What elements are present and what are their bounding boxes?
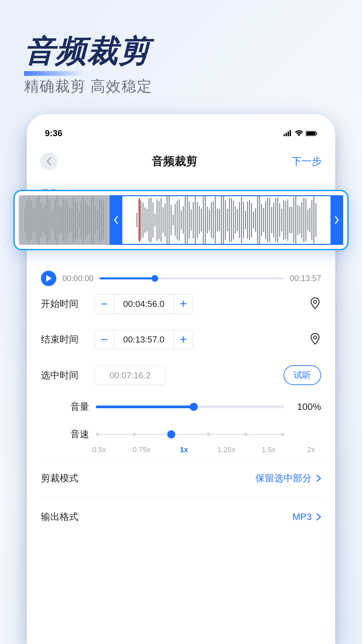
location-pin-icon bbox=[309, 333, 321, 345]
playback-total-time: 00:13:57 bbox=[290, 274, 321, 283]
marketing-title: 音频裁剪 bbox=[24, 30, 150, 72]
end-time-value[interactable]: 00:13:57.0 bbox=[114, 330, 174, 349]
waveform-selected bbox=[122, 195, 330, 245]
start-time-stepper: − 00:04:56.0 + bbox=[95, 294, 193, 314]
selected-time-label: 选中时间 bbox=[41, 369, 88, 382]
end-time-decrement[interactable]: − bbox=[95, 330, 114, 349]
output-format-row[interactable]: 输出格式 MP3 bbox=[39, 502, 323, 531]
preview-button[interactable]: 试听 bbox=[284, 365, 321, 385]
waveform-editor[interactable] bbox=[13, 190, 349, 250]
trim-handle-right[interactable] bbox=[330, 195, 343, 245]
start-time-decrement[interactable]: − bbox=[95, 294, 114, 313]
start-time-row: 开始时间 − 00:04:56.0 + bbox=[39, 286, 323, 322]
end-time-row: 结束时间 − 00:13:57.0 + bbox=[39, 322, 323, 357]
speed-option[interactable]: 2x bbox=[301, 445, 321, 454]
speed-label: 音速 bbox=[56, 428, 89, 441]
end-time-stepper: − 00:13:57.0 + bbox=[95, 330, 193, 349]
wifi-icon bbox=[295, 128, 303, 139]
playback-progress[interactable] bbox=[100, 277, 284, 279]
page-title: 音频裁剪 bbox=[152, 154, 197, 169]
end-time-label: 结束时间 bbox=[41, 333, 88, 346]
crop-mode-label: 剪裁模式 bbox=[41, 472, 78, 485]
svg-rect-6 bbox=[316, 132, 317, 135]
svg-rect-3 bbox=[290, 130, 291, 136]
speed-option[interactable]: 0.5x bbox=[89, 445, 109, 454]
selected-time-row: 选中时间 00:07:16.2 试听 bbox=[39, 357, 323, 393]
playback-bar: 00:00:00 00:13:57 bbox=[39, 271, 323, 286]
speed-option[interactable]: 0.75x bbox=[131, 445, 152, 454]
svg-rect-5 bbox=[306, 131, 315, 136]
speed-option[interactable]: 1.5x bbox=[259, 445, 279, 454]
svg-rect-2 bbox=[288, 131, 289, 136]
start-time-locate-button[interactable] bbox=[309, 297, 321, 311]
nav-bar: 音频裁剪 下一步 bbox=[39, 143, 323, 177]
speed-row: 音速 bbox=[39, 421, 323, 448]
chevron-right-icon bbox=[334, 216, 340, 224]
svg-point-8 bbox=[314, 336, 317, 339]
location-pin-icon bbox=[309, 297, 321, 309]
trim-handle-left[interactable] bbox=[110, 195, 122, 245]
marketing-subtitle: 精确裁剪 高效稳定 bbox=[24, 76, 152, 96]
speed-options: 0.5x 0.75x 1x 1.25x 1.5x 2x bbox=[87, 445, 323, 454]
volume-row: 音量 100% bbox=[39, 393, 323, 421]
chevron-left-icon bbox=[113, 216, 119, 224]
playhead-cursor[interactable] bbox=[139, 198, 140, 242]
chevron-right-icon bbox=[316, 513, 321, 521]
chevron-left-icon bbox=[46, 157, 52, 166]
start-time-value[interactable]: 00:04:56.0 bbox=[114, 294, 174, 313]
back-button[interactable] bbox=[40, 153, 58, 170]
svg-rect-1 bbox=[286, 133, 287, 136]
status-bar: 9:36 bbox=[39, 128, 323, 143]
divider bbox=[41, 459, 321, 459]
crop-mode-value: 保留选中部分 bbox=[255, 472, 312, 485]
selected-time-value: 00:07:16.2 bbox=[95, 366, 166, 385]
playback-current-time: 00:00:00 bbox=[62, 274, 94, 283]
start-time-increment[interactable]: + bbox=[174, 294, 193, 313]
battery-icon bbox=[306, 128, 317, 139]
output-format-value: MP3 bbox=[292, 512, 312, 522]
crop-mode-row[interactable]: 剪裁模式 保留选中部分 bbox=[39, 464, 323, 493]
start-time-label: 开始时间 bbox=[41, 298, 88, 310]
speed-option-selected[interactable]: 1x bbox=[174, 445, 194, 454]
speed-option[interactable]: 1.25x bbox=[216, 445, 236, 454]
waveform-unselected bbox=[19, 195, 110, 245]
output-format-label: 输出格式 bbox=[41, 511, 78, 523]
volume-slider[interactable] bbox=[96, 406, 284, 408]
chevron-right-icon bbox=[316, 475, 321, 482]
end-time-increment[interactable]: + bbox=[174, 330, 193, 349]
next-step-button[interactable]: 下一步 bbox=[292, 155, 322, 168]
svg-rect-0 bbox=[284, 134, 285, 136]
status-time: 9:36 bbox=[45, 128, 62, 139]
play-icon bbox=[46, 275, 52, 282]
volume-label: 音量 bbox=[56, 400, 89, 413]
end-time-locate-button[interactable] bbox=[309, 333, 321, 346]
svg-point-7 bbox=[314, 301, 317, 304]
speed-slider[interactable] bbox=[96, 433, 284, 436]
volume-value: 100% bbox=[291, 401, 321, 412]
play-button[interactable] bbox=[41, 271, 56, 286]
divider bbox=[41, 497, 321, 498]
signal-icon bbox=[284, 128, 292, 139]
